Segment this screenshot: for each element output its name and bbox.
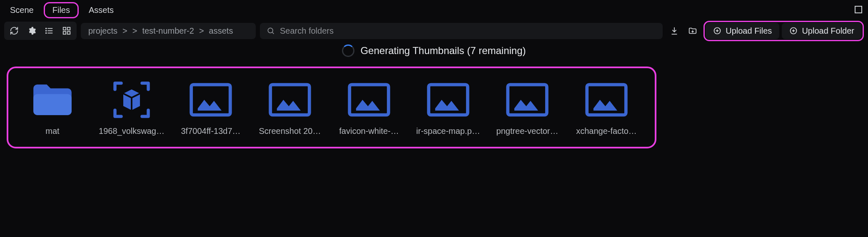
spinner-icon [342, 44, 354, 57]
image-icon [423, 79, 473, 121]
search-box[interactable] [260, 23, 663, 39]
upload-files-button[interactable]: Upload Files [706, 23, 779, 39]
tab-scene[interactable]: Scene [3, 2, 40, 18]
svg-point-10 [268, 28, 273, 33]
image-icon [581, 79, 631, 121]
image-icon [502, 79, 552, 121]
breadcrumb[interactable]: projects > > test-number-2 > assets [81, 23, 256, 39]
plus-circle-icon [789, 27, 798, 35]
image-icon [186, 79, 236, 121]
toolbar: projects > > test-number-2 > assets Uplo… [0, 20, 868, 42]
crumb-sep: > [132, 26, 137, 36]
crumb-leaf[interactable]: assets [209, 26, 233, 36]
svg-rect-8 [63, 32, 66, 34]
svg-point-3 [46, 28, 47, 29]
upload-folder-label: Upload Folder [802, 26, 854, 36]
svg-point-5 [46, 33, 47, 34]
refresh-icon[interactable] [7, 23, 22, 38]
items-grid: mat 1968_volkswag… 3f7004ff-13d7… Screen… [7, 67, 656, 148]
list-view-icon[interactable] [42, 23, 57, 38]
item-label: favicon-white-… [339, 126, 399, 136]
status-row: Generating Thumbnails (7 remaining) [0, 42, 868, 60]
item-label: ir-space-map.p… [416, 126, 480, 136]
folder-item[interactable]: mat [15, 79, 90, 136]
right-actions: Upload Files Upload Folder [667, 21, 864, 41]
tab-files[interactable]: Files [44, 2, 79, 18]
download-icon[interactable] [667, 23, 682, 38]
item-label: mat [45, 126, 59, 136]
plus-circle-icon [713, 27, 721, 35]
item-label: 3f7004ff-13d7… [181, 126, 240, 136]
grid-view-icon[interactable] [59, 23, 74, 38]
crumb-mid[interactable]: test-number-2 [142, 26, 194, 36]
image-icon [265, 79, 315, 121]
view-controls [4, 22, 77, 40]
image-item[interactable]: pngtree-vector… [490, 79, 565, 136]
image-item[interactable]: 3f7004ff-13d7… [173, 79, 248, 136]
image-item[interactable]: ir-space-map.p… [411, 79, 486, 136]
svg-rect-20 [33, 94, 72, 115]
image-item[interactable]: Screenshot 20… [252, 79, 327, 136]
upload-group: Upload Files Upload Folder [703, 21, 864, 41]
svg-rect-7 [67, 27, 70, 30]
search-icon [267, 27, 275, 35]
item-label: Screenshot 20… [259, 126, 321, 136]
item-label: pngtree-vector… [496, 126, 559, 136]
crumb-root[interactable]: projects [88, 26, 117, 36]
svg-rect-9 [67, 32, 70, 34]
item-label: 1968_volkswag… [99, 126, 165, 136]
upload-files-label: Upload Files [726, 26, 772, 36]
item-label: xchange-facto… [576, 126, 637, 136]
gear-icon[interactable] [24, 23, 39, 38]
model-icon [107, 79, 157, 121]
svg-line-11 [272, 32, 274, 34]
image-icon [344, 79, 394, 121]
image-item[interactable]: favicon-white-… [332, 79, 407, 136]
new-folder-icon[interactable] [685, 23, 700, 38]
svg-point-4 [46, 30, 47, 31]
image-item[interactable]: xchange-facto… [569, 79, 644, 136]
crumb-sep: > [122, 26, 127, 36]
crumb-sep: > [199, 26, 204, 36]
tab-bar: Scene Files Assets [0, 0, 868, 20]
upload-folder-button[interactable]: Upload Folder [782, 23, 862, 39]
svg-rect-6 [63, 27, 66, 30]
maximize-icon[interactable] [855, 6, 862, 13]
folder-icon [27, 79, 77, 121]
status-text: Generating Thumbnails (7 remaining) [360, 45, 526, 57]
model-item[interactable]: 1968_volkswag… [94, 79, 169, 136]
tab-assets[interactable]: Assets [82, 2, 120, 18]
search-input[interactable] [280, 26, 656, 36]
